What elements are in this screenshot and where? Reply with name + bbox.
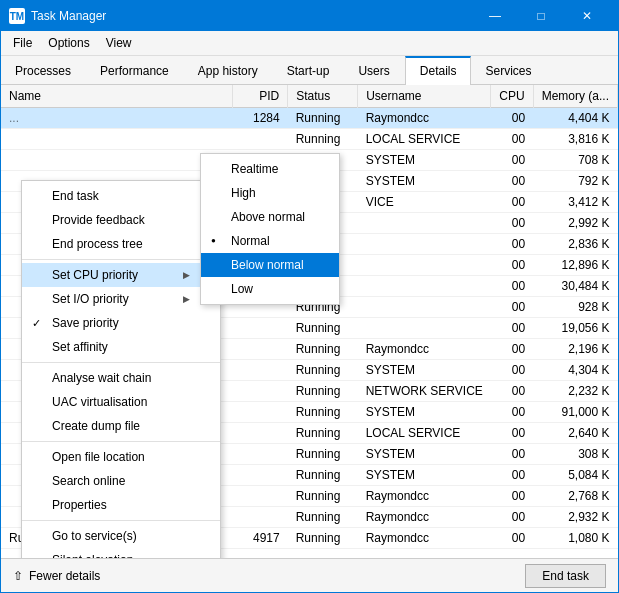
fewer-details-button[interactable]: ⇧ Fewer details [13,569,100,583]
tab-startup[interactable]: Start-up [273,56,345,84]
col-header-name[interactable]: Name [1,85,233,108]
pri-below-normal[interactable]: Below normal [201,253,339,277]
menu-options[interactable]: Options [40,33,97,53]
cell-pid [233,423,288,444]
col-header-status[interactable]: Status [288,85,358,108]
tab-performance[interactable]: Performance [86,56,184,84]
cell-status: Running [288,486,358,507]
cell-username: SYSTEM [358,171,491,192]
cell-username [358,234,491,255]
cell-status: Running [288,423,358,444]
cell-pid [233,318,288,339]
ctx-analyse-wait-chain[interactable]: Analyse wait chain [22,366,220,390]
tab-processes[interactable]: Processes [1,56,86,84]
col-header-memory[interactable]: Memory (a... [533,85,617,108]
col-header-username[interactable]: Username [358,85,491,108]
cell-pid [233,360,288,381]
cell-memory: 2,768 K [533,486,617,507]
app-icon: TM [9,8,25,24]
pri-normal[interactable]: Normal [201,229,339,253]
cell-username: SYSTEM [358,465,491,486]
ctx-search-online[interactable]: Search online [22,469,220,493]
table-row[interactable]: RunningLOCAL SERVICE003,816 K [1,129,618,150]
cell-username: SYSTEM [358,150,491,171]
cell-username: SYSTEM [358,360,491,381]
cell-cpu: 00 [491,108,533,129]
context-menu: End task Provide feedback End process tr… [21,180,221,558]
ctx-save-priority[interactable]: Save priority [22,311,220,335]
window-controls: — □ ✕ [472,1,610,31]
cell-status: Running [288,465,358,486]
ctx-set-cpu-priority[interactable]: Set CPU priority [22,263,220,287]
ctx-go-to-service[interactable]: Go to service(s) [22,524,220,548]
cell-username [358,297,491,318]
task-manager-window: TM Task Manager — □ ✕ File Options View … [0,0,619,593]
cell-cpu: 00 [491,255,533,276]
pri-above-normal[interactable]: Above normal [201,205,339,229]
cell-pid [233,129,288,150]
cell-username: SYSTEM [358,402,491,423]
cell-cpu: 00 [491,234,533,255]
cell-memory: 3,412 K [533,192,617,213]
cell-pid [233,507,288,528]
cell-memory: 12,896 K [533,255,617,276]
cell-username: Raymondcc [358,339,491,360]
col-header-pid[interactable]: PID [233,85,288,108]
cell-cpu: 00 [491,465,533,486]
ctx-set-affinity[interactable]: Set affinity [22,335,220,359]
cell-memory: 2,232 K [533,381,617,402]
cell-status: Running [288,318,358,339]
cell-memory: 2,836 K [533,234,617,255]
cell-status: Running [288,528,358,549]
cell-cpu: 00 [491,444,533,465]
cell-memory: 3,816 K [533,129,617,150]
cell-memory: 30,484 K [533,276,617,297]
cell-memory: 5,084 K [533,465,617,486]
pri-high[interactable]: High [201,181,339,205]
minimize-button[interactable]: — [472,1,518,31]
ctx-end-process-tree[interactable]: End process tree [22,232,220,256]
menu-view[interactable]: View [98,33,140,53]
ctx-properties[interactable]: Properties [22,493,220,517]
table-row[interactable]: ...1284RunningRaymondcc004,404 K [1,108,618,129]
tab-services[interactable]: Services [471,56,546,84]
cell-username: NETWORK SERVICE [358,381,491,402]
tab-users[interactable]: Users [344,56,404,84]
pri-low[interactable]: Low [201,277,339,301]
cell-username: SYSTEM [358,444,491,465]
ctx-end-task[interactable]: End task [22,184,220,208]
cell-cpu: 00 [491,423,533,444]
cell-memory: 2,196 K [533,339,617,360]
ctx-create-dump-file[interactable]: Create dump file [22,414,220,438]
cell-cpu: 00 [491,360,533,381]
cell-username: Raymondcc [358,528,491,549]
pri-realtime[interactable]: Realtime [201,157,339,181]
cell-username: VICE [358,192,491,213]
cell-pid: 4917 [233,528,288,549]
cell-name: ... [1,108,233,129]
cell-username: LOCAL SERVICE [358,423,491,444]
ctx-provide-feedback[interactable]: Provide feedback [22,208,220,232]
menu-file[interactable]: File [5,33,40,53]
maximize-button[interactable]: □ [518,1,564,31]
col-header-cpu[interactable]: CPU [491,85,533,108]
ctx-silent-elevation[interactable]: Silent elevation [22,548,220,558]
cell-username [358,276,491,297]
cell-cpu: 00 [491,171,533,192]
close-button[interactable]: ✕ [564,1,610,31]
cell-username [358,318,491,339]
cell-pid [233,444,288,465]
window-title: Task Manager [31,9,472,23]
cell-cpu: 00 [491,339,533,360]
cell-cpu: 00 [491,528,533,549]
end-task-button[interactable]: End task [525,564,606,588]
ctx-uac-virtualisation[interactable]: UAC virtualisation [22,390,220,414]
tab-details[interactable]: Details [405,56,472,85]
chevron-up-icon: ⇧ [13,569,23,583]
cell-cpu: 00 [491,192,533,213]
cell-status: Running [288,108,358,129]
tab-app-history[interactable]: App history [184,56,273,84]
ctx-open-file-location[interactable]: Open file location [22,445,220,469]
ctx-set-io-priority[interactable]: Set I/O priority [22,287,220,311]
cell-pid [233,339,288,360]
